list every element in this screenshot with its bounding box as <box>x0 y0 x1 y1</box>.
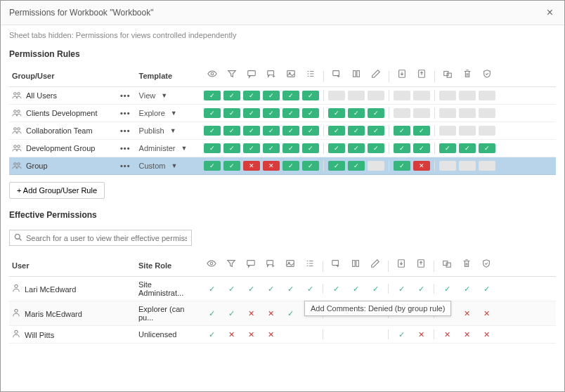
perm-cell[interactable]: ✓ <box>413 143 430 153</box>
rule-row[interactable]: Clients Development•••Explore▼✓✓✓✓✓✓✓✓✓ <box>9 105 556 122</box>
perm-cell[interactable] <box>479 161 495 171</box>
perm-cell[interactable]: ✓ <box>282 108 299 118</box>
perm-cell[interactable]: ✓ <box>282 161 299 171</box>
perm-cell[interactable]: ✕ <box>263 161 280 171</box>
effective-row[interactable]: Lari McEdwardSite Administrat...✓✓✓✓✓✓✓✓… <box>9 277 556 301</box>
perm-cell[interactable]: ✓ <box>459 143 476 153</box>
perm-cell[interactable]: ✓ <box>223 126 240 136</box>
rule-row[interactable]: Collaboration Team•••Publish▼✓✓✓✓✓✓✓✓✓✓✓ <box>9 122 556 140</box>
perm-cell[interactable] <box>439 91 456 100</box>
perm-cell[interactable]: ✓ <box>302 91 319 100</box>
perm-cell[interactable]: ✓ <box>243 143 260 153</box>
perm-cell[interactable]: ✓ <box>243 126 260 136</box>
eff-perm-cell: ✕ <box>262 330 279 339</box>
eff-perm-cell: ✕ <box>242 330 259 339</box>
caret-down-icon: ▼ <box>170 127 176 134</box>
search-box[interactable] <box>9 230 192 246</box>
perm-cell[interactable]: ✓ <box>394 143 410 153</box>
perm-cell[interactable]: ✓ <box>479 143 495 153</box>
search-input[interactable] <box>26 234 187 242</box>
perm-cell[interactable] <box>348 91 365 100</box>
perm-cell[interactable]: ✓ <box>413 126 430 136</box>
effective-row[interactable]: Maris McEdwardExplorer (can pu...✓✓✕✕✓✓✓… <box>9 301 556 326</box>
perm-cell[interactable]: ✓ <box>223 143 240 153</box>
perm-cell[interactable] <box>413 91 430 100</box>
close-icon[interactable]: × <box>544 6 556 19</box>
perm-cell[interactable]: ✓ <box>328 126 345 136</box>
perm-cell[interactable]: ✓ <box>243 91 260 100</box>
template-select[interactable]: Administer▼ <box>139 144 197 152</box>
perm-cell[interactable]: ✓ <box>302 108 319 118</box>
perm-cell[interactable] <box>459 108 476 118</box>
perm-cell[interactable]: ✓ <box>328 143 345 153</box>
perm-cell[interactable] <box>394 91 410 100</box>
perm-cell[interactable] <box>439 126 456 136</box>
svg-point-17 <box>18 128 20 130</box>
row-menu-icon[interactable]: ••• <box>117 144 134 152</box>
template-select[interactable]: View▼ <box>139 91 197 100</box>
perm-cell[interactable]: ✓ <box>368 108 384 118</box>
perm-cell[interactable] <box>479 91 495 100</box>
perm-cell[interactable]: ✓ <box>368 126 384 136</box>
delete-icon <box>457 259 476 270</box>
rule-row[interactable]: Development Group•••Administer▼✓✓✓✓✓✓✓✓✓… <box>9 140 556 157</box>
perm-cell[interactable]: ✓ <box>302 143 319 153</box>
perm-cell[interactable]: ✓ <box>328 108 345 118</box>
perm-cell[interactable] <box>459 91 476 100</box>
perm-cell[interactable]: ✓ <box>348 126 365 136</box>
rule-row[interactable]: Group•••Custom▼✓✓✕✕✓✓✓✓✓✕ <box>9 157 556 175</box>
perm-cell[interactable]: ✕ <box>243 161 260 171</box>
perm-cell[interactable] <box>459 126 476 136</box>
perm-cell[interactable]: ✓ <box>302 161 319 171</box>
perm-cell[interactable] <box>479 126 495 136</box>
group-name: Clients Development <box>26 109 98 117</box>
perm-cell[interactable]: ✓ <box>204 91 221 100</box>
perm-cell[interactable]: ✓ <box>263 108 280 118</box>
perm-cell[interactable]: ✓ <box>204 108 221 118</box>
row-menu-icon[interactable]: ••• <box>117 162 134 170</box>
perm-cell[interactable]: ✓ <box>282 91 299 100</box>
perm-cell[interactable]: ✓ <box>263 126 280 136</box>
perm-cell[interactable]: ✓ <box>204 161 221 171</box>
perm-cell[interactable]: ✓ <box>328 161 345 171</box>
perm-cell[interactable]: ✓ <box>348 161 365 171</box>
perm-cell[interactable]: ✓ <box>263 91 280 100</box>
perm-cell[interactable] <box>479 108 495 118</box>
perm-cell[interactable] <box>439 108 456 118</box>
perm-cell[interactable]: ✓ <box>223 108 240 118</box>
add-group-user-button[interactable]: + Add Group/User Rule <box>9 182 105 199</box>
perm-cell[interactable]: ✓ <box>223 161 240 171</box>
rule-row[interactable]: All Users•••View▼✓✓✓✓✓✓ <box>9 87 556 105</box>
perm-cell[interactable]: ✓ <box>282 143 299 153</box>
perm-cell[interactable] <box>413 108 430 118</box>
perm-cell[interactable]: ✓ <box>243 108 260 118</box>
perm-cell[interactable] <box>368 91 384 100</box>
perm-cell[interactable]: ✓ <box>394 161 410 171</box>
row-menu-icon[interactable]: ••• <box>117 91 134 100</box>
perm-cell[interactable]: ✓ <box>302 126 319 136</box>
perm-cell[interactable] <box>439 161 456 171</box>
eff-perm-cell: ✕ <box>439 330 455 339</box>
perm-cell[interactable]: ✓ <box>282 126 299 136</box>
row-menu-icon[interactable]: ••• <box>117 126 134 135</box>
effective-row[interactable]: Will PittsUnlicensed✓✕✕✕✓✕✕✕✕ <box>9 326 556 344</box>
perm-cell[interactable]: ✕ <box>413 161 430 171</box>
perm-cell[interactable]: ✓ <box>368 143 384 153</box>
perm-cell[interactable]: ✓ <box>348 143 365 153</box>
perm-cell[interactable]: ✓ <box>439 143 456 153</box>
template-select[interactable]: Publish▼ <box>139 126 197 135</box>
row-menu-icon[interactable]: ••• <box>117 109 134 117</box>
perm-cell[interactable]: ✓ <box>348 108 365 118</box>
eff-perm-cell: ✓ <box>223 309 240 318</box>
perm-cell[interactable] <box>394 108 410 118</box>
perm-cell[interactable] <box>328 91 345 100</box>
template-select[interactable]: Explore▼ <box>139 109 197 117</box>
perm-cell[interactable]: ✓ <box>263 143 280 153</box>
perm-cell[interactable] <box>459 161 476 171</box>
perm-cell[interactable]: ✓ <box>394 126 410 136</box>
perm-cell[interactable]: ✓ <box>223 91 240 100</box>
template-select[interactable]: Custom▼ <box>139 162 197 170</box>
perm-cell[interactable]: ✓ <box>204 143 221 153</box>
perm-cell[interactable]: ✓ <box>204 126 221 136</box>
perm-cell[interactable] <box>368 161 384 171</box>
